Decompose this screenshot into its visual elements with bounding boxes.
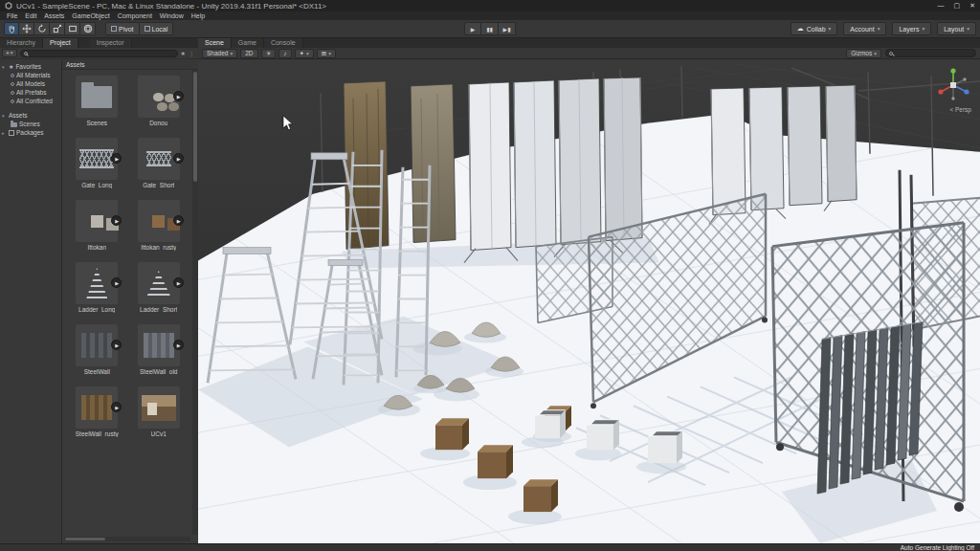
prefab-expand-badge[interactable]: ▶ — [111, 402, 122, 412]
foldout-arrow-icon[interactable]: ▸ — [2, 130, 7, 136]
unity-editor-window: UCv1 - SampleScene - PC, Mac & Linux Sta… — [0, 0, 980, 551]
rotate-tool-button[interactable] — [34, 22, 50, 35]
tab-hierarchy[interactable]: Hierarchy — [0, 38, 43, 48]
menu-window[interactable]: Window — [156, 12, 188, 19]
prefab-expand-badge[interactable]: ▶ — [173, 91, 184, 101]
horizontal-scrollbar[interactable] — [64, 537, 190, 541]
grid-visibility-dropdown[interactable]: ⊞ ▾ — [317, 49, 336, 58]
saved-search-star-icon[interactable]: ★ — [181, 50, 186, 56]
lighting-status-button[interactable]: Auto Generate Lighting Off — [901, 544, 974, 551]
tree-all-materials[interactable]: All Materials — [0, 71, 61, 79]
minimize-button[interactable]: — — [938, 2, 945, 10]
foldout-arrow-icon[interactable]: ▾ — [2, 113, 7, 119]
asset-item-Ittokan_rusty[interactable]: ▶ Ittokan_rusty — [128, 200, 189, 251]
tree-all-conflicted[interactable]: All Conflicted — [0, 97, 61, 105]
asset-item-Gate_Long[interactable]: ▶ Gate_Long — [66, 138, 127, 188]
2d-toggle-button[interactable]: 2D — [240, 49, 257, 58]
account-dropdown[interactable]: Account ▾ — [843, 22, 886, 35]
menu-gameobject[interactable]: GameObject — [68, 12, 113, 19]
tab-console[interactable]: Console — [264, 38, 303, 48]
menu-help[interactable]: Help — [188, 12, 209, 19]
layers-dropdown[interactable]: Layers ▾ — [892, 22, 931, 35]
scene-audio-toggle[interactable]: ♪ — [278, 49, 291, 58]
asset-item-Gate_Short[interactable]: ▶ Gate_Short — [128, 138, 189, 188]
asset-item-SteelWall_old[interactable]: ▶ SteelWall_old — [128, 324, 189, 375]
y-axis-handle[interactable] — [950, 68, 955, 73]
prefab-expand-badge[interactable]: ▶ — [173, 153, 184, 164]
tree-favorites[interactable]: ▾ ★ Favorites — [0, 62, 61, 71]
tab-game[interactable]: Game — [232, 38, 264, 48]
prefab-expand-badge[interactable]: ▶ — [111, 277, 122, 288]
handle-toggles: Pivot Local — [105, 22, 173, 35]
scene-viewport[interactable]: < Persp — [198, 60, 980, 543]
asset-item-SteelWall[interactable]: ▶ SteelWall — [66, 324, 127, 375]
gizmo-center-cube[interactable] — [950, 82, 956, 88]
maximize-button[interactable]: ▢ — [954, 2, 961, 10]
chevron-down-icon: ▾ — [306, 50, 309, 57]
titlebar[interactable]: UCv1 - SampleScene - PC, Mac & Linux Sta… — [0, 0, 980, 11]
tree-all-models[interactable]: All Models — [0, 79, 61, 88]
hand-tool-button[interactable] — [4, 22, 19, 35]
scene-3d-render[interactable] — [198, 60, 980, 543]
scrollbar-thumb[interactable] — [65, 538, 105, 540]
layout-dropdown[interactable]: Layout ▾ — [937, 22, 976, 35]
panel-options-icon[interactable]: ⋮ — [189, 50, 194, 56]
orientation-gizmo[interactable] — [932, 66, 974, 104]
scene-lighting-toggle[interactable]: ☀ — [261, 49, 277, 58]
asset-item-Ladder_Long[interactable]: ▶ Ladder_Long — [66, 262, 127, 313]
tab-inspector[interactable]: Inspector — [90, 38, 132, 48]
tree-scenes-folder[interactable]: Scenes — [0, 120, 61, 128]
create-asset-button[interactable]: + ▾ — [2, 49, 17, 57]
menubar: File Edit Assets GameObject Component Wi… — [0, 11, 980, 20]
play-button[interactable]: ▶ — [464, 22, 481, 35]
tab-project[interactable]: Project — [43, 38, 78, 48]
step-button[interactable]: ▶▮ — [499, 22, 516, 35]
menu-assets[interactable]: Assets — [40, 12, 68, 19]
x-axis-handle[interactable] — [938, 89, 943, 94]
asset-item-SteelWall_rusty[interactable]: ▶ SteelWall_rusty — [66, 386, 127, 437]
prefab-expand-badge[interactable]: ▶ — [173, 277, 184, 288]
menu-component[interactable]: Component — [114, 12, 156, 19]
pause-button[interactable]: ▮▮ — [481, 22, 499, 35]
effects-dropdown[interactable]: ✦ ▾ — [295, 49, 314, 58]
z-axis-handle[interactable] — [964, 89, 969, 94]
asset-item-Ittokan[interactable]: ▶ Ittokan — [66, 200, 127, 251]
transform-tool-button[interactable] — [80, 22, 96, 35]
perspective-mode-label[interactable]: < Persp — [949, 106, 971, 113]
tree-all-prefabs[interactable]: All Prefabs — [0, 88, 61, 97]
shading-mode-dropdown[interactable]: Shaded ▾ — [202, 49, 237, 58]
prefab-expand-badge[interactable]: ▶ — [111, 153, 122, 164]
scene-search-input[interactable] — [885, 49, 976, 57]
search-icon — [11, 74, 14, 77]
local-toggle-button[interactable]: Local — [140, 22, 174, 35]
tree-packages[interactable]: ▸ Packages — [0, 128, 61, 137]
project-search-input[interactable] — [20, 50, 178, 57]
move-tool-button[interactable] — [19, 22, 34, 35]
pivot-toggle-button[interactable]: Pivot — [105, 22, 140, 35]
asset-item-Ladder_Short[interactable]: ▶ Ladder_Short — [128, 262, 189, 313]
tree-assets[interactable]: ▾ Assets — [0, 111, 61, 120]
foldout-arrow-icon[interactable]: ▾ — [2, 64, 7, 70]
search-icon — [11, 99, 14, 103]
tab-scene[interactable]: Scene — [198, 38, 232, 48]
scale-tool-button[interactable] — [50, 22, 65, 35]
breadcrumb[interactable]: Assets — [62, 60, 198, 70]
prefab-expand-badge[interactable]: ▶ — [111, 340, 122, 350]
rect-tool-button[interactable] — [65, 22, 80, 35]
prefab-expand-badge[interactable]: ▶ — [111, 215, 122, 226]
asset-thumbnail-shape — [86, 268, 107, 298]
scrollbar-thumb[interactable] — [193, 72, 197, 182]
gizmos-dropdown[interactable]: Gizmos ▾ — [846, 49, 881, 58]
asset-thumbnail: ▶ — [76, 324, 118, 366]
prefab-expand-badge[interactable]: ▶ — [173, 215, 184, 226]
prefab-expand-badge[interactable]: ▶ — [173, 340, 184, 350]
asset-label: Ittokan — [87, 244, 106, 251]
menu-file[interactable]: File — [3, 12, 21, 19]
asset-item-Scenes[interactable]: Scenes — [66, 76, 127, 126]
asset-label: Ladder_Long — [78, 306, 115, 313]
asset-item-UCv1[interactable]: UCv1 — [128, 386, 189, 437]
close-button[interactable]: ✕ — [969, 2, 975, 10]
asset-item-Donou[interactable]: ▶ Donou — [128, 76, 189, 126]
menu-edit[interactable]: Edit — [21, 12, 40, 19]
collab-dropdown[interactable]: ☁ Collab ▾ — [791, 22, 838, 35]
